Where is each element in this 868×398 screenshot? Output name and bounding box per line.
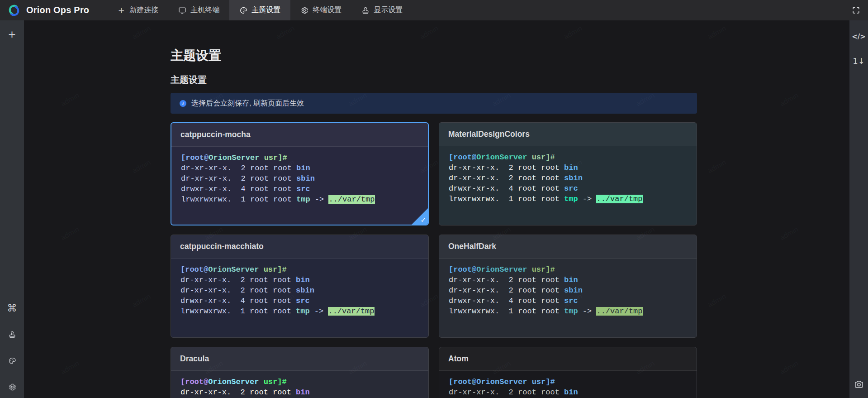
watermark-text: admin — [131, 293, 152, 309]
section-title: 主题设置 — [171, 74, 697, 86]
tab-display-settings[interactable]: 显示设置 — [351, 0, 413, 20]
plus-icon: + — [8, 29, 16, 39]
content: 主题设置 主题设置 i 选择后会立刻保存, 刷新页面后生效 catppuccin… — [171, 20, 697, 398]
terminal-preview: [root@OrionServer usr]#dr-xr-xr-x. 2 roo… — [171, 371, 428, 398]
theme-card-title: catppuccin-macchiato — [171, 235, 428, 259]
theme-card-title: Dracula — [171, 347, 428, 371]
app-window: Orion Ops Pro +新建连接主机终端主题设置终端设置显示设置 + ⌘ … — [0, 0, 868, 398]
theme-grid: catppuccin-mocha[root@OrionServer usr]#d… — [171, 122, 697, 398]
theme-card-catppuccin-mocha[interactable]: catppuccin-mocha[root@OrionServer usr]#d… — [171, 122, 429, 225]
code-icon: </> — [852, 34, 866, 40]
watermark-text: admin — [59, 360, 81, 376]
fullscreen-icon — [852, 6, 860, 14]
theme-card-dracula[interactable]: Dracula[root@OrionServer usr]#dr-xr-xr-x… — [171, 347, 429, 398]
sort-icon: 1↓ — [853, 57, 865, 65]
right-sidebar: </>1↓ — [849, 20, 868, 398]
monitor-icon — [178, 6, 186, 14]
tab-label: 新建连接 — [129, 5, 158, 15]
tab-label: 主机终端 — [190, 5, 219, 15]
shortcuts-button[interactable]: ⌘ — [5, 301, 19, 316]
code-snippets-button[interactable]: </> — [852, 29, 866, 44]
app-title: Orion Ops Pro — [26, 5, 89, 15]
watermark-text: admin — [706, 158, 727, 175]
watermark-text: admin — [59, 225, 81, 242]
theme-card-catppuccin-macchiato[interactable]: catppuccin-macchiato[root@OrionServer us… — [171, 235, 429, 338]
theme-card-materialdesigncolors[interactable]: MaterialDesignColors[root@OrionServer us… — [439, 122, 697, 225]
command-icon: ⌘ — [7, 303, 17, 313]
tab-new-connection[interactable]: +新建连接 — [107, 0, 168, 20]
info-icon: i — [180, 100, 186, 107]
camera-icon — [854, 379, 864, 389]
gear-icon — [300, 6, 308, 14]
tab-theme-settings[interactable]: 主题设置 — [229, 0, 290, 20]
tab-label: 主题设置 — [251, 5, 280, 15]
check-icon: ✓ — [420, 216, 426, 224]
sort-button[interactable]: 1↓ — [852, 54, 866, 68]
left-sidebar-bottom: ⌘ — [5, 301, 19, 394]
tab-terminal-settings[interactable]: 终端设置 — [290, 0, 351, 20]
stamp-icon — [361, 6, 370, 14]
topbar-tabs: +新建连接主机终端主题设置终端设置显示设置 — [107, 0, 413, 20]
new-tab-button[interactable]: + — [5, 27, 19, 42]
page-title: 主题设置 — [171, 47, 697, 65]
theme-card-title: OneHalfDark — [439, 235, 697, 259]
watermark-text: admin — [131, 24, 152, 41]
theme-card-onehalfdark[interactable]: OneHalfDark[root@OrionServer usr]#dr-xr-… — [439, 235, 697, 338]
terminal-preview: [root@OrionServer usr]#dr-xr-xr-x. 2 roo… — [171, 259, 428, 337]
palette-icon — [8, 357, 16, 365]
palette-icon — [239, 6, 247, 14]
gear-icon — [8, 383, 16, 391]
theme-card-title: catppuccin-mocha — [171, 123, 428, 147]
watermark-text: admin — [778, 225, 800, 242]
display-settings-button[interactable] — [5, 327, 19, 342]
theme-card-title: MaterialDesignColors — [439, 123, 697, 146]
topbar: Orion Ops Pro +新建连接主机终端主题设置终端设置显示设置 — [0, 0, 868, 20]
terminal-preview: [root@OrionServer usr]#dr-xr-xr-x. 2 roo… — [439, 371, 697, 398]
tab-host-terminal[interactable]: 主机终端 — [168, 0, 229, 20]
right-sidebar-bottom — [852, 377, 866, 392]
brand: Orion Ops Pro — [0, 0, 95, 20]
left-sidebar-top: + — [5, 27, 19, 42]
watermark-text: admin — [131, 158, 152, 175]
terminal-preview: [root@OrionServer usr]#dr-xr-xr-x. 2 roo… — [439, 146, 697, 225]
screenshot-button[interactable] — [852, 377, 866, 392]
watermark-text: admin — [778, 91, 800, 108]
plus-icon: + — [118, 6, 125, 14]
theme-card-title: Atom — [439, 347, 697, 371]
theme-card-atom[interactable]: Atom[root@OrionServer usr]#dr-xr-xr-x. 2… — [439, 347, 697, 398]
fullscreen-button[interactable] — [852, 6, 860, 14]
watermark-text: admin — [778, 360, 800, 376]
stamp-icon — [8, 331, 16, 339]
watermark-text: admin — [59, 91, 81, 108]
watermark-text: admin — [706, 24, 727, 41]
notice-banner: i 选择后会立刻保存, 刷新页面后生效 — [171, 93, 697, 114]
main-area: 主题设置 主题设置 i 选择后会立刻保存, 刷新页面后生效 catppuccin… — [24, 20, 849, 398]
app-logo-icon — [6, 4, 22, 17]
terminal-preview: [root@OrionServer usr]#dr-xr-xr-x. 2 roo… — [439, 259, 697, 337]
left-sidebar: + ⌘ — [0, 20, 24, 398]
watermark-text: admin — [706, 293, 727, 309]
theme-settings-button[interactable] — [5, 354, 19, 368]
tab-label: 终端设置 — [313, 5, 342, 15]
right-sidebar-top: </>1↓ — [852, 29, 866, 68]
tab-label: 显示设置 — [374, 5, 403, 15]
terminal-settings-button[interactable] — [5, 380, 19, 394]
terminal-preview: [root@OrionServer usr]#dr-xr-xr-x. 2 roo… — [171, 147, 428, 225]
notice-text: 选择后会立刻保存, 刷新页面后生效 — [191, 99, 304, 108]
